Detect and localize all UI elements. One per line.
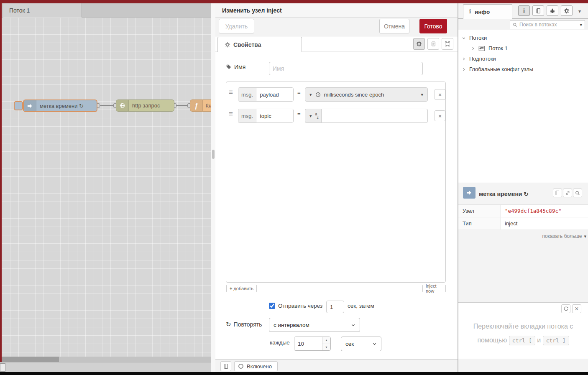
appearance-view-button[interactable] (442, 38, 453, 50)
bug-icon (550, 8, 555, 14)
canvas-vertical-scrollbar[interactable] (211, 3, 215, 372)
node-search-button[interactable] (573, 189, 582, 197)
close-icon: × (575, 305, 578, 313)
tree-item-global-config[interactable]: Глобальные конфиг узлы (458, 64, 588, 74)
remove-row-button[interactable]: × (435, 110, 445, 121)
done-button[interactable]: Готово (419, 19, 447, 33)
properties-form: Имя ≡ msg. = ▾ (215, 51, 458, 359)
tag-icon (226, 64, 232, 70)
gear-icon (416, 41, 422, 47)
search-input[interactable] (519, 22, 578, 28)
book-icon (536, 8, 541, 14)
canvas-footer (0, 362, 211, 372)
add-property-button[interactable]: +добавить (226, 285, 257, 292)
sidebar-info-button[interactable]: i (518, 5, 530, 16)
search-icon (575, 191, 580, 196)
tab-info[interactable]: i инфо (463, 4, 512, 19)
scrollbar-thumb[interactable] (2, 357, 59, 362)
payload-type-value: milliseconds since epoch (324, 92, 384, 98)
refresh-icon (563, 306, 569, 311)
chevron-down-icon[interactable] (462, 36, 466, 40)
flow-search[interactable]: ▾ (510, 20, 585, 29)
caret-down-icon: ▾ (309, 92, 312, 97)
equals-sign: = (297, 103, 301, 125)
node-function[interactable]: f fun (190, 99, 211, 112)
info-icon: i (523, 8, 525, 14)
interval-number-input[interactable]: ▲▼ (294, 337, 331, 351)
gear-icon (225, 42, 230, 48)
interval-unit-select[interactable]: сек (341, 337, 381, 351)
node-inject[interactable]: метка времени ↻ (23, 99, 97, 112)
book-icon (223, 363, 229, 369)
tree-item-flows[interactable]: Потоки (458, 33, 588, 43)
dialog-title: Изменить узел inject (215, 3, 458, 18)
description-view-button[interactable] (427, 38, 439, 50)
inject-properties-list: ≡ msg. = ▾ milliseconds since epoch (226, 82, 446, 283)
sidebar-config-button[interactable] (561, 5, 573, 16)
payload-prop-input[interactable] (256, 88, 293, 101)
link-icon (565, 190, 570, 196)
send-after-suffix: сек, затем (348, 303, 374, 309)
topic-type-dropdown[interactable]: ▾ az (305, 109, 322, 123)
inject-node-badge (463, 187, 476, 199)
inject-now-button[interactable]: inject now (422, 285, 446, 292)
spinner-up-icon[interactable]: ▲ (322, 337, 330, 344)
repeat-mode-select[interactable]: с интервалом (269, 318, 360, 332)
node-id-label: Узел (458, 205, 501, 217)
payload-type-dropdown[interactable]: ▾ milliseconds since epoch ▾ (305, 87, 428, 102)
selection-box-icon (445, 41, 450, 47)
drag-handle-icon[interactable]: ≡ (229, 82, 233, 103)
canvas-horizontal-scrollbar[interactable] (2, 357, 211, 362)
delete-button[interactable]: Удалить (219, 19, 254, 33)
send-after-checkbox[interactable] (269, 303, 275, 309)
send-after-label: Отправить через (278, 303, 322, 309)
next-tip-button[interactable] (561, 304, 570, 313)
tip-text: Переключайте вкладки потока с помощью ct… (458, 319, 588, 347)
send-after-seconds-input[interactable] (326, 301, 344, 313)
sidebar-debug-button[interactable] (547, 5, 558, 16)
flow-grid[interactable]: метка времени ↻ http запрос f fun (2, 18, 211, 357)
node-enabled-toggle[interactable]: Включено (234, 361, 278, 371)
dialog-footer: Включено (215, 359, 458, 372)
spinner-down-icon[interactable]: ▼ (322, 344, 330, 351)
chevron-right-icon[interactable] (462, 57, 466, 61)
payload-typed-input: msg. (238, 87, 294, 102)
node-help-button[interactable] (220, 361, 231, 371)
drag-handle-icon[interactable]: ≡ (229, 103, 233, 125)
scrollbar-thumb[interactable] (212, 150, 215, 159)
cancel-button[interactable]: Отмена (379, 19, 409, 33)
tab-properties[interactable]: Свойства (217, 37, 302, 52)
tree-item-subflows[interactable]: Подпотоки (458, 54, 588, 64)
number-spinner[interactable]: ▲▼ (322, 337, 330, 350)
node-http-request[interactable]: http запрос (116, 99, 174, 112)
interval-value[interactable] (294, 337, 320, 350)
close-tip-button[interactable]: × (572, 304, 581, 313)
topic-value-input[interactable] (321, 109, 428, 123)
canvas-footer-control[interactable] (0, 363, 5, 372)
sidebar-help-button[interactable] (532, 5, 544, 16)
inject-trigger-button[interactable] (14, 101, 23, 110)
node-link-button[interactable] (563, 189, 572, 197)
tree-item-flow-1[interactable]: Поток 1 (458, 43, 588, 54)
chevron-down-icon (372, 342, 377, 346)
tab-properties-label: Свойства (233, 41, 261, 48)
tips-panel: × Переключайте вкладки потока с помощью … (458, 302, 588, 359)
search-icon (513, 23, 517, 27)
editor-tabbar: Свойства (215, 36, 458, 51)
node-type-label: Тип (458, 217, 501, 230)
edit-node-dialog: Изменить узел inject Удалить Отмена Гото… (215, 3, 458, 372)
node-help-button[interactable] (553, 189, 562, 197)
topic-prop-input[interactable] (256, 109, 293, 122)
chevron-right-icon[interactable] (471, 46, 475, 51)
inject-arrow-icon (24, 100, 36, 111)
name-input[interactable] (269, 62, 423, 75)
properties-view-button[interactable] (413, 38, 425, 50)
workspace-canvas[interactable]: Поток 1 метка времени ↻ (2, 3, 211, 372)
show-more-link[interactable]: показать больше ▾ (542, 233, 586, 239)
book-icon (555, 190, 560, 196)
chevron-right-icon[interactable] (462, 67, 466, 71)
tab-flow-1[interactable]: Поток 1 (3, 3, 82, 18)
node-info-header: метка времени ↻ (458, 183, 588, 205)
remove-row-button[interactable]: × (435, 89, 445, 100)
sidebar-menu-caret[interactable]: ▾ (578, 9, 581, 14)
